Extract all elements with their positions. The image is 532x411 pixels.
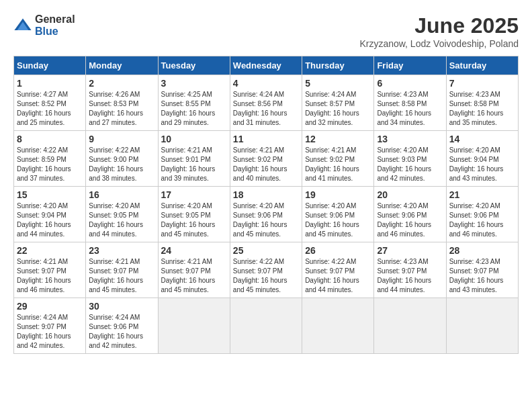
day-info: Sunrise: 4:20 AMSunset: 9:04 PMDaylight:… [449,146,504,182]
day-number: 25 [233,245,299,256]
day-number: 7 [449,78,515,89]
table-row: 6 Sunrise: 4:23 AMSunset: 8:58 PMDayligh… [374,75,446,131]
day-info: Sunrise: 4:20 AMSunset: 9:06 PMDaylight:… [377,202,431,238]
day-number: 16 [89,189,154,200]
day-number: 20 [377,189,443,200]
day-number: 28 [449,245,515,256]
day-number: 11 [233,134,299,144]
day-info: Sunrise: 4:22 AMSunset: 9:07 PMDaylight:… [233,258,287,293]
table-row: 20 Sunrise: 4:20 AMSunset: 9:06 PMDaylig… [374,187,446,242]
day-number: 17 [161,189,227,200]
day-number: 2 [89,78,154,89]
day-info: Sunrise: 4:23 AMSunset: 9:07 PMDaylight:… [449,258,504,293]
calendar-week-row: 1 Sunrise: 4:27 AMSunset: 8:52 PMDayligh… [14,75,519,131]
logo-text: General Blue [35,13,75,37]
day-number: 1 [17,78,83,89]
table-row [230,298,302,354]
day-info: Sunrise: 4:26 AMSunset: 8:53 PMDaylight:… [89,91,143,126]
table-row: 10 Sunrise: 4:21 AMSunset: 9:01 PMDaylig… [158,131,230,187]
table-row: 12 Sunrise: 4:21 AMSunset: 9:02 PMDaylig… [302,131,374,187]
day-info: Sunrise: 4:23 AMSunset: 9:07 PMDaylight:… [377,258,431,293]
day-info: Sunrise: 4:20 AMSunset: 9:06 PMDaylight:… [305,202,359,238]
day-header-monday: Monday [86,56,158,75]
logo-icon [13,16,32,35]
day-number: 29 [17,301,83,312]
table-row: 19 Sunrise: 4:20 AMSunset: 9:06 PMDaylig… [302,187,374,242]
day-header-friday: Friday [374,56,446,75]
header: General Blue June 2025 Krzyzanow, Lodz V… [13,13,519,49]
day-number: 23 [89,245,154,256]
table-row: 4 Sunrise: 4:24 AMSunset: 8:56 PMDayligh… [230,75,302,131]
table-row: 29 Sunrise: 4:24 AMSunset: 9:07 PMDaylig… [14,298,86,354]
day-info: Sunrise: 4:24 AMSunset: 8:57 PMDaylight:… [305,91,359,126]
day-header-wednesday: Wednesday [230,56,302,75]
day-info: Sunrise: 4:20 AMSunset: 9:04 PMDaylight:… [17,202,71,238]
day-number: 18 [233,189,299,200]
day-info: Sunrise: 4:21 AMSunset: 9:07 PMDaylight:… [161,258,216,293]
title-area: June 2025 Krzyzanow, Lodz Voivodeship, P… [359,13,519,49]
table-row: 24 Sunrise: 4:21 AMSunset: 9:07 PMDaylig… [158,242,230,298]
month-title: June 2025 [359,13,519,38]
calendar-week-row: 22 Sunrise: 4:21 AMSunset: 9:07 PMDaylig… [14,242,519,298]
table-row: 30 Sunrise: 4:24 AMSunset: 9:06 PMDaylig… [86,298,158,354]
table-row: 26 Sunrise: 4:22 AMSunset: 9:07 PMDaylig… [302,242,374,298]
day-info: Sunrise: 4:20 AMSunset: 9:03 PMDaylight:… [377,146,431,182]
day-info: Sunrise: 4:27 AMSunset: 8:52 PMDaylight:… [17,91,71,126]
day-number: 8 [17,134,83,144]
calendar-week-row: 8 Sunrise: 4:22 AMSunset: 8:59 PMDayligh… [14,131,519,187]
table-row: 9 Sunrise: 4:22 AMSunset: 9:00 PMDayligh… [86,131,158,187]
table-row: 11 Sunrise: 4:21 AMSunset: 9:02 PMDaylig… [230,131,302,187]
location: Krzyzanow, Lodz Voivodeship, Poland [359,38,519,49]
day-info: Sunrise: 4:23 AMSunset: 8:58 PMDaylight:… [449,91,504,126]
table-row [158,298,230,354]
logo: General Blue [13,13,75,37]
day-number: 4 [233,78,299,89]
table-row: 5 Sunrise: 4:24 AMSunset: 8:57 PMDayligh… [302,75,374,131]
day-number: 10 [161,134,227,144]
table-row: 18 Sunrise: 4:20 AMSunset: 9:06 PMDaylig… [230,187,302,242]
day-number: 12 [305,134,371,144]
table-row: 28 Sunrise: 4:23 AMSunset: 9:07 PMDaylig… [446,242,518,298]
table-row: 27 Sunrise: 4:23 AMSunset: 9:07 PMDaylig… [374,242,446,298]
day-number: 30 [89,301,154,312]
day-info: Sunrise: 4:21 AMSunset: 9:01 PMDaylight:… [161,146,216,182]
day-info: Sunrise: 4:24 AMSunset: 8:56 PMDaylight:… [233,91,287,126]
table-row: 1 Sunrise: 4:27 AMSunset: 8:52 PMDayligh… [14,75,86,131]
day-number: 13 [377,134,443,144]
day-number: 6 [377,78,443,89]
day-info: Sunrise: 4:21 AMSunset: 9:07 PMDaylight:… [89,258,143,293]
table-row: 17 Sunrise: 4:20 AMSunset: 9:05 PMDaylig… [158,187,230,242]
table-row: 2 Sunrise: 4:26 AMSunset: 8:53 PMDayligh… [86,75,158,131]
day-number: 26 [305,245,371,256]
day-info: Sunrise: 4:22 AMSunset: 9:00 PMDaylight:… [89,146,143,182]
table-row: 16 Sunrise: 4:20 AMSunset: 9:05 PMDaylig… [86,187,158,242]
day-info: Sunrise: 4:22 AMSunset: 9:07 PMDaylight:… [305,258,359,293]
day-number: 19 [305,189,371,200]
table-row: 13 Sunrise: 4:20 AMSunset: 9:03 PMDaylig… [374,131,446,187]
table-row: 25 Sunrise: 4:22 AMSunset: 9:07 PMDaylig… [230,242,302,298]
table-row: 8 Sunrise: 4:22 AMSunset: 8:59 PMDayligh… [14,131,86,187]
day-info: Sunrise: 4:22 AMSunset: 8:59 PMDaylight:… [17,146,71,182]
table-row: 14 Sunrise: 4:20 AMSunset: 9:04 PMDaylig… [446,131,518,187]
day-info: Sunrise: 4:21 AMSunset: 9:07 PMDaylight:… [17,258,71,293]
day-info: Sunrise: 4:21 AMSunset: 9:02 PMDaylight:… [305,146,359,182]
table-row [302,298,374,354]
day-info: Sunrise: 4:24 AMSunset: 9:07 PMDaylight:… [17,314,71,349]
day-info: Sunrise: 4:20 AMSunset: 9:06 PMDaylight:… [233,202,287,238]
day-number: 21 [449,189,515,200]
day-number: 9 [89,134,154,144]
day-number: 27 [377,245,443,256]
day-info: Sunrise: 4:25 AMSunset: 8:55 PMDaylight:… [161,91,216,126]
table-row: 7 Sunrise: 4:23 AMSunset: 8:58 PMDayligh… [446,75,518,131]
day-number: 5 [305,78,371,89]
day-number: 3 [161,78,227,89]
calendar-table: SundayMondayTuesdayWednesdayThursdayFrid… [13,56,519,354]
day-number: 22 [17,245,83,256]
day-header-saturday: Saturday [446,56,518,75]
calendar-header-row: SundayMondayTuesdayWednesdayThursdayFrid… [14,56,519,75]
table-row: 15 Sunrise: 4:20 AMSunset: 9:04 PMDaylig… [14,187,86,242]
calendar-week-row: 29 Sunrise: 4:24 AMSunset: 9:07 PMDaylig… [14,298,519,354]
calendar-week-row: 15 Sunrise: 4:20 AMSunset: 9:04 PMDaylig… [14,187,519,242]
day-number: 24 [161,245,227,256]
day-info: Sunrise: 4:24 AMSunset: 9:06 PMDaylight:… [89,314,143,349]
